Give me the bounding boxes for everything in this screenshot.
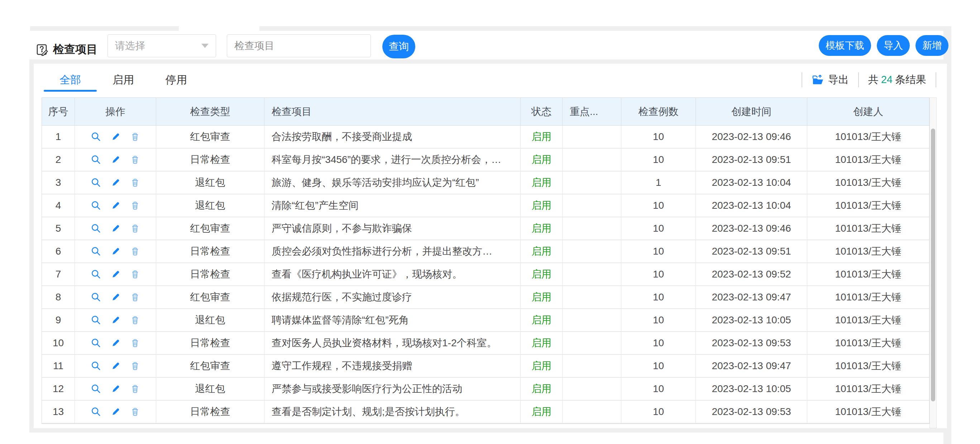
column-header: 检查类型 [156, 98, 264, 126]
edit-button[interactable] [111, 407, 121, 417]
row-index-cell: 7 [42, 263, 75, 286]
view-button[interactable] [91, 200, 102, 211]
edit-button[interactable] [111, 269, 121, 279]
view-button[interactable] [91, 132, 102, 142]
status-tabs: 全部 启用 停用 [44, 70, 203, 90]
status-cell: 启用 [521, 240, 563, 263]
key-point-cell [563, 149, 621, 171]
table-row: 1红包审查合法按劳取酬，不接受商业提成启用102023-02-13 09:461… [42, 126, 929, 149]
edit-button[interactable] [111, 315, 121, 325]
tab-all[interactable]: 全部 [44, 70, 97, 90]
creator-cell: 101013/王大锤 [807, 149, 929, 171]
edit-button[interactable] [111, 224, 121, 233]
table-scrollbar-track[interactable] [929, 97, 937, 428]
import-button[interactable]: 导入 [877, 35, 910, 56]
table-row: 13日常检查查看是否制定计划、规划;是否按计划执行。启用102023-02-13… [42, 401, 929, 423]
search-button[interactable]: 查询 [382, 35, 415, 59]
table-row: 3退红包旅游、健身、娱乐等活动安排均应认定为“红包”启用12023-02-13 … [42, 171, 929, 194]
delete-button[interactable] [130, 200, 140, 211]
key-point-cell [563, 286, 621, 309]
trash-icon [130, 132, 140, 142]
delete-button[interactable] [130, 132, 140, 142]
view-button[interactable] [91, 154, 102, 165]
row-actions [75, 194, 156, 217]
delete-button[interactable] [130, 407, 140, 417]
edit-button[interactable] [111, 246, 121, 256]
table-header-row: 序号操作检查类型检查项目状态重点...检查例数创建时间创建人 [42, 98, 929, 126]
template-download-button[interactable]: 模板下载 [819, 35, 871, 56]
table-scrollbar-thumb[interactable] [931, 128, 935, 401]
key-point-cell [563, 263, 621, 286]
check-type-cell: 日常检查 [156, 401, 264, 423]
edit-button[interactable] [111, 338, 121, 348]
case-count-cell: 10 [621, 149, 696, 171]
trash-icon [130, 200, 140, 211]
delete-button[interactable] [130, 315, 140, 325]
view-button[interactable] [91, 177, 102, 188]
row-index-cell: 2 [42, 149, 75, 171]
delete-button[interactable] [130, 338, 140, 348]
check-item-cell: 质控会必须对负性指标进行分析，并提出整改方… [264, 240, 521, 263]
view-button[interactable] [91, 338, 102, 349]
view-button[interactable] [91, 223, 102, 234]
delete-button[interactable] [130, 361, 140, 371]
key-point-cell [563, 171, 621, 194]
edit-icon [111, 269, 121, 279]
view-button[interactable] [91, 406, 102, 417]
page: 检查项目 请选择 查询 模板下载 导入 新增 全部 启用 停用 [0, 0, 980, 444]
page-title: 检查项目 [36, 38, 97, 61]
view-button[interactable] [91, 292, 102, 303]
trash-icon [130, 407, 140, 417]
edit-icon [111, 338, 121, 348]
edit-button[interactable] [111, 292, 121, 302]
edit-icon [111, 361, 121, 371]
tab-disabled[interactable]: 停用 [150, 70, 203, 90]
row-index-cell: 10 [42, 332, 75, 355]
top-tab-strip-left [30, 26, 179, 31]
creator-cell: 101013/王大锤 [807, 355, 929, 378]
tab-enabled[interactable]: 启用 [97, 70, 150, 90]
view-button[interactable] [91, 361, 102, 371]
main-panel: 全部 启用 停用 导出 共24条结果 [29, 59, 951, 433]
edit-button[interactable] [111, 200, 121, 211]
trash-icon [130, 338, 140, 348]
column-header: 检查项目 [264, 98, 521, 126]
case-count-cell: 10 [621, 355, 696, 378]
view-button[interactable] [91, 269, 102, 280]
view-button[interactable] [91, 315, 102, 325]
case-count-cell: 10 [621, 378, 696, 401]
delete-button[interactable] [130, 178, 140, 188]
edit-button[interactable] [111, 178, 121, 188]
view-button[interactable] [91, 246, 102, 257]
delete-button[interactable] [130, 224, 140, 233]
creator-cell: 101013/王大锤 [807, 401, 929, 423]
edit-button[interactable] [111, 155, 121, 165]
case-count-cell: 10 [621, 332, 696, 355]
edit-button[interactable] [111, 132, 121, 142]
row-actions [75, 309, 156, 332]
add-button[interactable]: 新增 [915, 35, 948, 56]
delete-button[interactable] [130, 155, 140, 165]
export-button[interactable]: 导出 [811, 73, 849, 87]
delete-button[interactable] [130, 246, 140, 256]
column-header: 创建时间 [696, 98, 807, 126]
status-cell: 启用 [521, 332, 563, 355]
trash-icon [130, 178, 140, 188]
delete-button[interactable] [130, 269, 140, 279]
row-actions [75, 378, 156, 401]
edit-button[interactable] [111, 361, 121, 371]
created-time-cell: 2023-02-13 10:05 [696, 378, 807, 401]
delete-button[interactable] [130, 292, 140, 302]
edit-icon [111, 246, 121, 256]
key-point-cell [563, 240, 621, 263]
check-item-search-input[interactable] [227, 34, 371, 57]
edit-button[interactable] [111, 384, 121, 394]
delete-button[interactable] [130, 384, 140, 394]
created-time-cell: 2023-02-13 09:47 [696, 286, 807, 309]
check-item-cell: 查对医务人员执业资格材料，现场核对1-2个科室。 [264, 332, 521, 355]
table-row: 4退红包清除“红包”产生空间启用102023-02-13 10:04101013… [42, 194, 929, 217]
view-button[interactable] [91, 384, 102, 394]
check-type-select[interactable]: 请选择 [108, 34, 216, 57]
created-time-cell: 2023-02-13 09:52 [696, 263, 807, 286]
edit-icon [111, 155, 121, 165]
